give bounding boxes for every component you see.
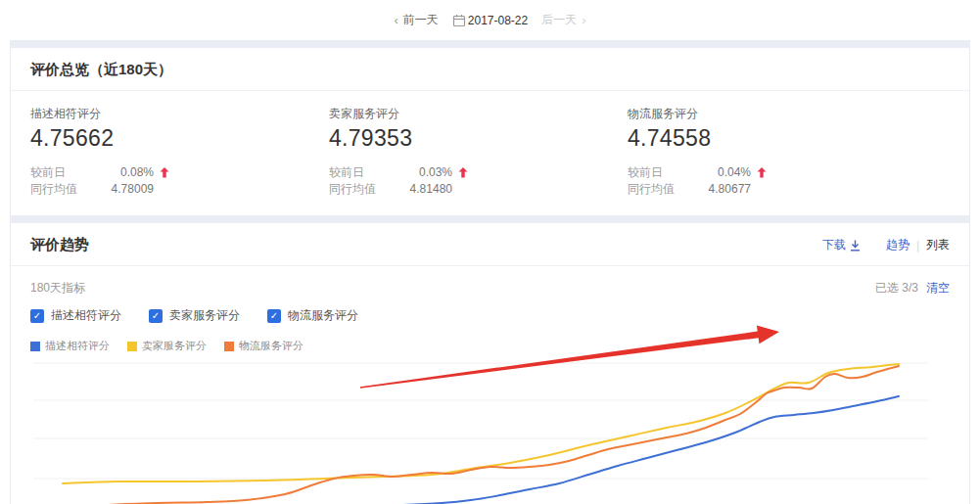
vs-prev-day-label: 较前日 [30, 164, 97, 181]
metric-value: 4.79353 [329, 125, 628, 152]
vs-prev-day-label: 较前日 [628, 164, 694, 181]
period-indicator-label: 180天指标 [30, 280, 85, 297]
peer-avg-label: 同行均值 [30, 181, 97, 198]
peer-avg-value: 4.80677 [694, 181, 751, 198]
download-label: 下载 [822, 237, 846, 253]
trend-up-icon [757, 167, 767, 178]
trend-card: 评价趋势 下载 趋势 | 列表 180天指标 已选 3/3 [10, 223, 970, 504]
prev-day-button[interactable]: ‹ 前一天 [394, 12, 438, 28]
metric-label: 物流服务评分 [628, 106, 926, 122]
chevron-right-icon: › [582, 13, 585, 27]
section-divider-band [10, 40, 970, 48]
peer-avg-label: 同行均值 [329, 181, 396, 198]
legend-logistics-score[interactable]: 物流服务评分 [224, 339, 303, 353]
vs-prev-day-label: 较前日 [329, 164, 396, 181]
peer-avg-label: 同行均值 [628, 181, 694, 198]
vs-prev-day-value: 0.03% [396, 164, 452, 181]
metric-label: 描述相符评分 [30, 106, 329, 122]
view-toggle-divider: | [916, 239, 919, 252]
metric-label: 卖家服务评分 [329, 106, 628, 122]
clear-selection-button[interactable]: 清空 [926, 280, 950, 297]
metric-seller-service-score: 卖家服务评分 4.79353 较前日 0.03% 同行均值 4.81480 [329, 106, 628, 198]
legend-swatch [224, 342, 234, 351]
legend-description-score[interactable]: 描述相符评分 [30, 339, 110, 353]
next-day-label: 后一天 [541, 12, 577, 28]
view-list-tab[interactable]: 列表 [926, 237, 950, 253]
trend-title: 评价趋势 [30, 236, 89, 254]
trend-up-icon [160, 167, 169, 178]
download-button[interactable]: 下载 [822, 237, 861, 253]
download-icon [850, 240, 861, 252]
metric-description-score: 描述相符评分 4.75662 较前日 0.08% 同行均值 4.78009 [30, 106, 329, 198]
view-trend-tab[interactable]: 趋势 [886, 237, 910, 253]
vs-prev-day-value: 0.08% [97, 164, 154, 181]
current-date[interactable]: 2017-08-22 [468, 14, 528, 27]
calendar-icon[interactable] [452, 14, 466, 27]
prev-day-label: 前一天 [403, 12, 439, 28]
legend-seller-service-score[interactable]: 卖家服务评分 [127, 339, 207, 353]
peer-avg-value: 4.78009 [97, 181, 154, 198]
chart-legend: 描述相符评分 卖家服务评分 物流服务评分 [11, 324, 969, 353]
metric-row: 描述相符评分 4.75662 较前日 0.08% 同行均值 4.78009 卖家… [11, 91, 969, 215]
metric-logistics-score: 物流服务评分 4.74558 较前日 0.04% 同行均值 4.80677 [628, 106, 926, 198]
peer-avg-value: 4.81480 [396, 181, 452, 198]
vs-prev-day-value: 0.04% [694, 164, 751, 181]
metric-value: 4.74558 [628, 125, 926, 152]
legend-swatch [30, 342, 40, 351]
legend-swatch [127, 342, 137, 351]
chevron-left-icon: ‹ [394, 13, 397, 27]
overview-card: 评价总览（近180天） 描述相符评分 4.75662 较前日 0.08% 同行均… [10, 48, 970, 215]
trend-up-icon [458, 167, 468, 178]
selected-count: 已选 3/3 [875, 280, 918, 297]
metric-value: 4.75662 [30, 125, 329, 152]
section-divider-band [10, 215, 970, 223]
date-nav-bar: ‹ 前一天 2017-08-22 后一天 › [0, 0, 980, 40]
overview-title: 评价总览（近180天） [30, 61, 172, 79]
next-day-button: 后一天 › [541, 12, 585, 28]
